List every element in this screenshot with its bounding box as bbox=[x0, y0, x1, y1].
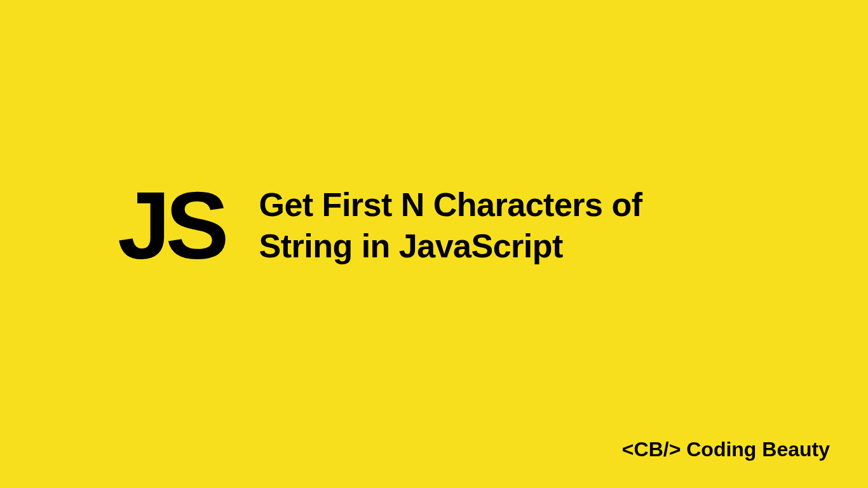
main-content: JS Get First N Characters of String in J… bbox=[118, 178, 642, 273]
article-title: Get First N Characters of String in Java… bbox=[259, 184, 642, 267]
title-line-1: Get First N Characters of bbox=[259, 184, 642, 226]
js-logo-icon: JS bbox=[118, 178, 224, 273]
title-line-2: String in JavaScript bbox=[259, 226, 642, 267]
brand-signature: <CB/> Coding Beauty bbox=[622, 438, 830, 461]
